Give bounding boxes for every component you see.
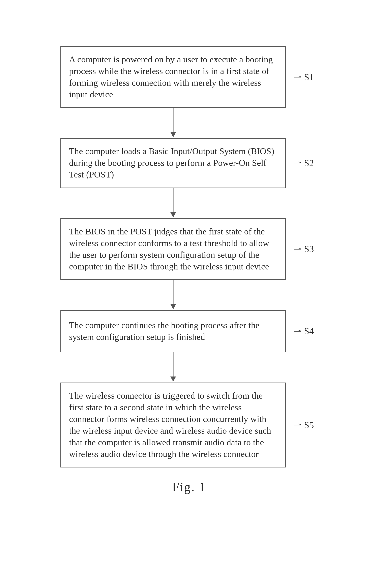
step-box-s4: The computer continues the booting proce… (60, 310, 286, 352)
arrow-s3-s4 (60, 280, 286, 310)
label-connector-s5: ~ (298, 420, 301, 428)
label-connector-s2: ~ (298, 159, 301, 166)
step-text-s2: The computer loads a Basic Input/Output … (69, 145, 278, 180)
step-row-s4: The computer continues the booting proce… (60, 310, 330, 352)
step-id-s4: S4 (304, 326, 314, 336)
step-row-s5: The wireless connector is triggered to s… (60, 383, 330, 467)
arrow-shaft (173, 352, 174, 378)
step-row-s1: A computer is powered on by a user to ex… (60, 46, 330, 108)
step-box-s3: The BIOS in the POST judges that the fir… (60, 218, 286, 280)
arrow-shaft (173, 108, 174, 134)
arrow-head-icon (170, 132, 176, 137)
step-text-s1: A computer is powered on by a user to ex… (69, 54, 278, 101)
step-box-s5: The wireless connector is triggered to s… (60, 383, 286, 467)
arrow-shaft (173, 280, 174, 306)
step-row-s3: The BIOS in the POST judges that the fir… (60, 218, 330, 280)
label-connector-s4: ~ (298, 327, 301, 334)
step-label-s4: ~ S4 (294, 326, 314, 336)
page: A computer is powered on by a user to ex… (0, 0, 378, 588)
step-label-s2: ~ S2 (294, 158, 314, 168)
figure-caption: Fig. 1 (0, 480, 378, 494)
arrow-head-icon (170, 376, 176, 382)
step-label-s1: ~ S1 (294, 72, 314, 82)
step-id-s3: S3 (304, 244, 314, 254)
label-connector-s1: ~ (298, 72, 301, 80)
flowchart: A computer is powered on by a user to ex… (60, 46, 330, 467)
step-text-s3: The BIOS in the POST judges that the fir… (69, 226, 278, 272)
arrow-s2-s3 (60, 188, 286, 218)
arrow-head-icon (170, 304, 176, 309)
arrow-shaft (173, 188, 174, 214)
step-id-s5: S5 (304, 420, 314, 430)
arrow-head-icon (170, 212, 176, 217)
step-label-s5: ~ S5 (294, 420, 314, 430)
step-id-s1: S1 (304, 72, 314, 82)
arrow-s4-s5 (60, 352, 286, 383)
label-connector-s3: ~ (298, 244, 301, 252)
arrow-s1-s2 (60, 108, 286, 138)
step-box-s1: A computer is powered on by a user to ex… (60, 46, 286, 108)
step-row-s2: The computer loads a Basic Input/Output … (60, 138, 330, 188)
step-text-s5: The wireless connector is triggered to s… (69, 390, 278, 460)
step-id-s2: S2 (304, 158, 314, 168)
step-text-s4: The computer continues the booting proce… (69, 320, 278, 343)
step-label-s3: ~ S3 (294, 244, 314, 254)
step-box-s2: The computer loads a Basic Input/Output … (60, 138, 286, 188)
